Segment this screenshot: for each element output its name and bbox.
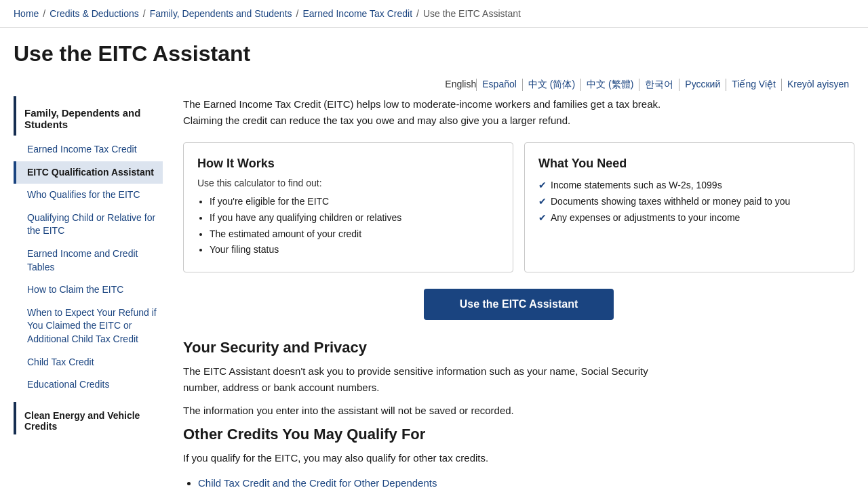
breadcrumb-current: Use the EITC Assistant (423, 8, 521, 19)
intro-text: The Earned Income Tax Credit (EITC) help… (183, 96, 671, 129)
sidebar-clean-energy-title: Clean Energy and VehicleCredits (14, 402, 163, 434)
list-item: If you have any qualifying children or r… (210, 210, 499, 226)
security-text1: The EITC Assistant doesn't ask you to pr… (183, 363, 671, 396)
list-item: Child Tax Credit and the Credit for Othe… (198, 473, 854, 488)
how-it-works-title: How It Works (197, 157, 499, 171)
security-text2: The information you enter into the assis… (183, 403, 671, 419)
sidebar-item-qualifying-child[interactable]: Qualifying Child or Relative for the EIT… (14, 207, 163, 243)
other-credits-list: Child Tax Credit and the Credit for Othe… (198, 473, 854, 488)
how-it-works-subtitle: Use this calculator to find out: (197, 178, 499, 188)
sidebar-item-how-to-claim[interactable]: How to Claim the EITC (14, 279, 163, 302)
other-credits-link-child-tax[interactable]: Child Tax Credit and the Credit for Othe… (198, 477, 437, 488)
what-you-need-card: What You Need Income statements such as … (524, 142, 854, 272)
list-item: Income statements such as W-2s, 1099s (538, 178, 840, 194)
list-item: Your filing status (210, 242, 499, 258)
use-eitc-assistant-button[interactable]: Use the EITC Assistant (424, 289, 614, 320)
other-credits-intro: If you qualify for the EITC, you may als… (183, 450, 671, 466)
what-you-need-title: What You Need (538, 157, 840, 171)
list-item: If you're eligible for the EITC (210, 194, 499, 210)
sidebar-item-eitc[interactable]: Earned Income Tax Credit (14, 138, 163, 161)
language-creole[interactable]: Kreyòl ayisyen (781, 79, 854, 91)
sidebar-item-tables[interactable]: Earned Income and Credit Tables (14, 243, 163, 279)
sidebar-item-refund[interactable]: When to Expect Your Refund if You Claime… (14, 302, 163, 351)
sidebar: Family, Dependents andStudents Earned In… (14, 96, 163, 488)
sidebar-item-child-tax-credit[interactable]: Child Tax Credit (14, 351, 163, 374)
breadcrumb-family[interactable]: Family, Dependents and Students (150, 8, 292, 19)
breadcrumb-home[interactable]: Home (14, 8, 39, 19)
list-item: Any expenses or adjustments to your inco… (538, 210, 840, 226)
other-credits-heading: Other Credits You May Qualify For (183, 426, 854, 443)
breadcrumb: Home / Credits & Deductions / Family, De… (0, 0, 868, 28)
sidebar-item-educational-credits[interactable]: Educational Credits (14, 373, 163, 396)
language-english: English (445, 79, 476, 91)
sidebar-section-title: Family, Dependents andStudents (14, 96, 163, 136)
what-you-need-list: Income statements such as W-2s, 1099s Do… (538, 178, 840, 226)
language-russian[interactable]: Русский (679, 79, 726, 91)
how-it-works-list: If you're eligible for the EITC If you h… (210, 194, 499, 258)
language-selector: English Español 中文 (简体) 中文 (繁體) 한국어 Русс… (0, 73, 868, 96)
cta-container: Use the EITC Assistant (183, 289, 854, 320)
how-it-works-card: How It Works Use this calculator to find… (183, 142, 513, 272)
language-chinese-simplified[interactable]: 中文 (简体) (522, 79, 580, 91)
language-korean[interactable]: 한국어 (639, 79, 679, 91)
list-item: Documents showing taxes withheld or mone… (538, 194, 840, 210)
list-item: The estimated amount of your credit (210, 226, 499, 243)
language-vietnamese[interactable]: Tiếng Việt (726, 79, 781, 91)
info-cards: How It Works Use this calculator to find… (183, 142, 854, 272)
security-heading: Your Security and Privacy (183, 339, 854, 357)
language-espanol[interactable]: Español (476, 79, 522, 91)
language-chinese-traditional[interactable]: 中文 (繁體) (580, 79, 639, 91)
breadcrumb-eitc[interactable]: Earned Income Tax Credit (302, 8, 412, 19)
page-title: Use the EITC Assistant (0, 28, 868, 73)
sidebar-item-eitc-assistant[interactable]: EITC Qualification Assistant (14, 161, 163, 184)
sidebar-item-who-qualifies[interactable]: Who Qualifies for the EITC (14, 184, 163, 207)
main-content: The Earned Income Tax Credit (EITC) help… (183, 96, 854, 488)
breadcrumb-credits[interactable]: Credits & Deductions (50, 8, 139, 19)
